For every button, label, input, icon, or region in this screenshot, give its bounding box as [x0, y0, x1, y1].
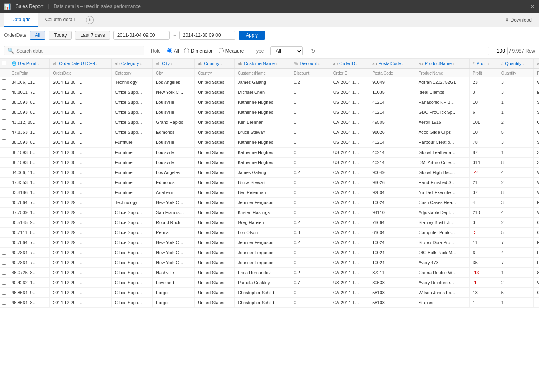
table-cell: Los Angeles [153, 77, 195, 87]
row-checkbox[interactable] [2, 129, 6, 134]
apply-button[interactable]: Apply [239, 31, 265, 40]
row-checkbox[interactable] [2, 139, 6, 144]
row-checkbox[interactable] [2, 260, 6, 265]
filter-last7-button[interactable]: Last 7 days [75, 31, 110, 40]
table-cell: 40214 [369, 137, 415, 148]
row-count-input[interactable] [488, 47, 508, 55]
select-all-checkbox[interactable] [2, 61, 6, 65]
table-cell: 0 [290, 188, 330, 198]
row-checkbox[interactable] [2, 250, 6, 255]
table-cell: 0 [290, 298, 330, 308]
col-country[interactable]: abCountry↕ [195, 59, 235, 69]
filter-all-button[interactable]: All [30, 31, 45, 40]
col-profit[interactable]: #Profit↕ [469, 59, 498, 69]
row-checkbox[interactable] [2, 99, 6, 104]
table-cell: 2014-12-30T… [50, 107, 112, 117]
refresh-icon[interactable]: ↻ [311, 48, 316, 54]
download-button[interactable]: ⬇ Download [502, 16, 535, 24]
col-postalcode[interactable]: abPostalCode↕ [369, 59, 415, 69]
table-cell: Louisville [153, 158, 195, 168]
table-cell: 4 [469, 198, 498, 208]
table-cell: 36.0725,-8… [8, 268, 50, 278]
row-checkbox[interactable] [2, 220, 6, 224]
table-cell: CA-2014-1… [330, 258, 369, 268]
table-cell: 2014-12-29T… [50, 238, 112, 248]
type-select[interactable]: All String Number Date [270, 46, 303, 55]
filter-today-button[interactable]: Today [49, 31, 72, 40]
table-cell: Kristen Hastings [234, 208, 290, 218]
row-checkbox[interactable] [2, 230, 6, 234]
table-cell: United States [195, 168, 235, 178]
row-checkbox[interactable] [2, 170, 6, 174]
table-cell: W [534, 127, 539, 137]
table-cell: 1 [498, 107, 534, 117]
row-checkbox[interactable] [2, 200, 6, 204]
table-cell: 4 [498, 248, 534, 258]
col-category[interactable]: abCategory↕ [111, 59, 152, 69]
search-input[interactable] [16, 48, 141, 54]
select-all-checkbox-col[interactable] [0, 59, 8, 69]
col-discount[interactable]: ##Discount↕ [290, 59, 330, 69]
row-checkbox[interactable] [2, 119, 6, 124]
table-cell: Furniture [111, 148, 152, 158]
col-quantity[interactable]: #Quantity↕ [498, 59, 534, 69]
table-cell: So… [534, 97, 539, 107]
row-checkbox[interactable] [2, 160, 6, 164]
row-checkbox[interactable] [2, 240, 6, 244]
col-orderdate[interactable]: abOrderDate UTC+9↕ [50, 59, 112, 69]
col-orderid[interactable]: abOrderID↕ [330, 59, 369, 69]
table-row: 38.1593,-8…2014-12-30T…Office Supp…Louis… [0, 107, 539, 117]
col-geopoint[interactable]: 🌐GeoPoint↕ [8, 59, 50, 69]
table-cell: 2014-12-30T… [50, 97, 112, 107]
table-cell: Edmonds [153, 127, 195, 137]
table-cell: Ea… [534, 198, 539, 208]
table-cell: 1 [498, 97, 534, 107]
row-checkbox[interactable] [2, 270, 6, 275]
table-cell: 40.7864,-7… [8, 248, 50, 258]
row-checkbox[interactable] [2, 89, 6, 94]
col-city[interactable]: abCity↕ [153, 59, 195, 69]
tab-data-grid[interactable]: Data grid [4, 13, 38, 27]
col-productname[interactable]: abProductName↕ [415, 59, 469, 69]
row-checkbox[interactable] [2, 280, 6, 285]
radio-all[interactable]: All [167, 48, 179, 54]
radio-dimension[interactable]: Dimension [184, 48, 214, 54]
table-subheader-row: GeoPoint OrderDate Category City Country… [0, 69, 539, 77]
table-cell: Loveland [153, 278, 195, 288]
table-cell: 314 [469, 158, 498, 168]
date-from-input[interactable] [113, 31, 170, 40]
table-cell: 78 [469, 137, 498, 148]
date-to-input[interactable] [179, 31, 235, 40]
table-cell: CA-2014-1… [330, 228, 369, 238]
table-cell: United States [195, 137, 235, 148]
table-cell: Round Rock [153, 218, 195, 228]
row-checkbox[interactable] [2, 109, 6, 114]
tab-column-detail[interactable]: Column detail [38, 13, 82, 27]
table-cell: CA-2014-1… [330, 268, 369, 278]
table-row: 40.7864,-7…2014-12-29T…Office Supp…New Y… [0, 258, 539, 268]
row-checkbox[interactable] [2, 180, 6, 184]
table-cell: Jennifer Ferguson [234, 238, 290, 248]
table-cell: -3 [469, 228, 498, 238]
table-cell: Grand Rapids [153, 117, 195, 127]
table-cell: 13 [469, 288, 498, 298]
table-cell: Office Supp… [111, 97, 152, 107]
info-icon[interactable]: ℹ [86, 16, 94, 24]
date-separator: ~ [173, 32, 176, 38]
table-cell: W [534, 188, 539, 198]
col-region[interactable]: abRe… [534, 59, 539, 69]
data-table: 🌐GeoPoint↕ abOrderDate UTC+9↕ abCategory… [0, 59, 539, 308]
row-checkbox[interactable] [2, 290, 6, 295]
row-checkbox[interactable] [2, 79, 6, 84]
row-checkbox[interactable] [2, 300, 6, 305]
close-button[interactable]: ✕ [530, 3, 535, 10]
app-name: Sales Report [16, 4, 49, 9]
table-cell: CA-2014-1… [330, 248, 369, 258]
table-cell: 92804 [369, 188, 415, 198]
col-customername[interactable]: abCustomerName↕ [234, 59, 290, 69]
row-checkbox[interactable] [2, 190, 6, 194]
row-checkbox[interactable] [2, 150, 6, 154]
radio-measure[interactable]: Measure [219, 48, 244, 54]
table-cell: 4 [498, 168, 534, 178]
row-checkbox[interactable] [2, 210, 6, 214]
